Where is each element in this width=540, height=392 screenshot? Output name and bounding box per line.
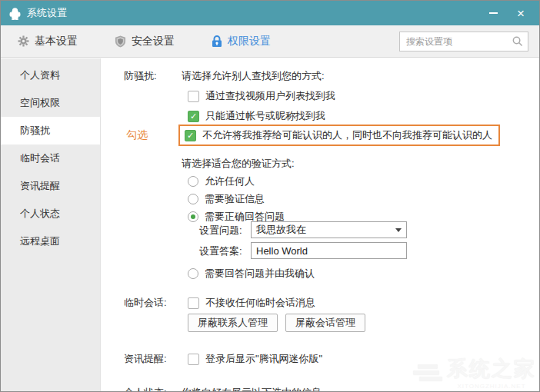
find-methods-title: 请选择允许别人查找到您的方式: [182, 69, 325, 83]
chevron-down-icon [395, 228, 402, 232]
sidebar-item-space-permission[interactable]: 空间权限 [1, 89, 100, 117]
radio-answer-and-confirm[interactable] [188, 268, 198, 279]
checkbox-account-nickname[interactable]: ✓ [188, 111, 199, 122]
radio-allow-anyone[interactable] [188, 176, 198, 187]
sidebar-item-profile[interactable]: 个人资料 [1, 61, 100, 89]
settings-content: 防骚扰: 请选择允许别人查找到您的方式: 通过查找视频用户列表找到我 ✓ 只能通… [101, 58, 540, 392]
radio-label: 需要验证信息 [205, 192, 265, 206]
checkbox-label: 不接收任何临时会话消息 [205, 296, 315, 310]
block-sessions-button[interactable]: 屏蔽会话管理 [285, 314, 365, 332]
tab-label: 权限设置 [228, 35, 271, 48]
sidebar: 个人资料 空间权限 防骚扰 临时会话 资讯提醒 个人状态 远程桌面 [1, 58, 101, 392]
minimize-button[interactable] [482, 4, 504, 22]
verify-methods-title: 请选择适合您的验证方式: [182, 157, 295, 171]
news-reminder-label: 资讯提醒: [124, 352, 167, 366]
personal-status-text: 你将向好友展示以下选中的信息 [182, 386, 322, 392]
window-title: 系统设置 [27, 6, 67, 20]
shield-icon [115, 35, 126, 48]
checkbox-label: 只能通过帐号或昵称找到我 [205, 109, 325, 123]
sidebar-item-remote-desktop[interactable]: 远程桌面 [1, 228, 100, 255]
search-input[interactable] [406, 36, 512, 47]
sidebar-item-personal-status[interactable]: 个人状态 [1, 200, 100, 228]
radio-label: 允许任何人 [205, 174, 255, 188]
minimize-icon [489, 12, 498, 14]
tab-label: 安全设置 [132, 35, 175, 48]
settings-window: 系统设置 × 基本设置 [0, 0, 540, 392]
tab-bar: 基本设置 安全设置 权限设置 [1, 25, 539, 58]
titlebar: 系统设置 × [1, 1, 539, 25]
personal-status-label: 个人状态: [124, 386, 167, 392]
answer-input[interactable] [251, 242, 407, 259]
radio-answer-question[interactable] [188, 211, 198, 222]
checkbox-video-list[interactable] [188, 91, 199, 102]
lock-icon [212, 35, 222, 48]
tab-label: 基本设置 [35, 35, 78, 48]
checkbox-no-recommend[interactable]: ✓ [185, 130, 196, 141]
sidebar-item-news-reminder[interactable]: 资讯提醒 [1, 172, 100, 200]
qq-penguin-icon [8, 7, 22, 20]
tab-security-settings[interactable]: 安全设置 [115, 35, 175, 48]
sidebar-item-anti-harassment[interactable]: 防骚扰 [1, 117, 100, 145]
gear-icon [18, 35, 29, 47]
check-icon: ✓ [187, 131, 194, 139]
checkbox-label: 通过查找视频用户列表找到我 [205, 89, 335, 103]
sidebar-item-temp-session[interactable]: 临时会话 [1, 145, 100, 172]
check-icon: ✓ [190, 111, 197, 120]
question-value: 我思故我在 [256, 223, 306, 237]
question-label: 设置问题: [199, 224, 242, 238]
checkbox-label: 不允许将我推荐给可能认识的人，同时也不向我推荐可能认识的人 [202, 128, 492, 142]
radio-label: 需要回答问题并由我确认 [205, 267, 315, 281]
temp-session-label: 临时会话: [124, 296, 167, 310]
block-contacts-button[interactable]: 屏蔽联系人管理 [188, 314, 278, 332]
annotation-check-this: 勾选 [126, 128, 148, 142]
radio-need-verification[interactable] [188, 194, 198, 204]
search-icon[interactable] [512, 35, 523, 47]
checkbox-tencent-mini[interactable] [188, 354, 199, 365]
highlight-box: ✓ 不允许将我推荐给可能认识的人，同时也不向我推荐可能认识的人 [178, 125, 500, 146]
search-box [399, 32, 528, 51]
tab-permission-settings[interactable]: 权限设置 [212, 35, 271, 48]
close-button[interactable]: × [510, 4, 532, 22]
answer-label: 设置答案: [199, 244, 242, 258]
question-dropdown[interactable]: 我思故我在 [251, 221, 407, 238]
checkbox-no-temp-session[interactable] [188, 297, 199, 309]
anti-harassment-label: 防骚扰: [124, 69, 157, 83]
checkbox-label: 登录后显示"腾讯网迷你版" [205, 352, 322, 366]
tab-basic-settings[interactable]: 基本设置 [18, 35, 78, 48]
